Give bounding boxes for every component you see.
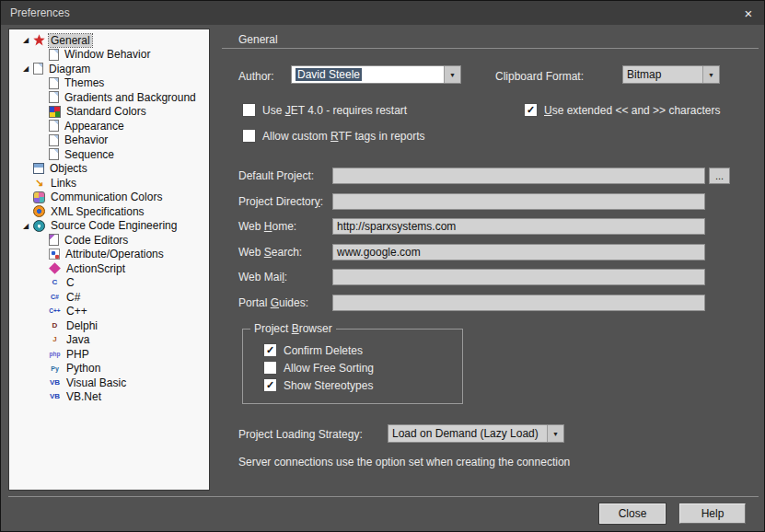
default-project-input[interactable] xyxy=(332,168,705,184)
web-home-label: Web Home: xyxy=(238,220,296,233)
tree-item-delphi[interactable]: DDelphi xyxy=(9,318,209,333)
vbnet-icon: VB xyxy=(49,391,61,403)
tree-item-label: Sequence xyxy=(63,148,116,161)
tree-item-diagram[interactable]: ◢Diagram xyxy=(9,62,209,76)
help-button[interactable]: Help xyxy=(679,503,746,524)
tree-item-java[interactable]: JJava xyxy=(9,333,209,348)
project-browser-groupbox: Project Browser ✓Confirm DeletesAllow Fr… xyxy=(242,329,463,404)
author-value: David Steele xyxy=(292,66,444,83)
tree-item-label: Code Editors xyxy=(63,234,130,247)
tree-item-standard-colors[interactable]: Standard Colors xyxy=(9,105,209,120)
portal-guides-label: Portal Guides: xyxy=(238,296,308,309)
tree-item-sequence[interactable]: Sequence xyxy=(9,147,209,162)
preferences-dialog: Preferences × ◢GeneralWindow Behavior◢Di… xyxy=(0,0,765,532)
project-loading-strategy-combobox[interactable]: Load on Demand (Lazy Load) ▼ xyxy=(388,424,564,443)
tree-item-c[interactable]: C++C++ xyxy=(9,305,209,319)
tree-item-label: Delphi xyxy=(64,319,99,332)
clipboard-dropdown-icon[interactable]: ▼ xyxy=(702,66,719,83)
tree-item-c[interactable]: CC xyxy=(9,276,209,291)
tree-item-appearance[interactable]: Appearance xyxy=(9,119,209,133)
tree-item-communication-colors[interactable]: Communication Colors xyxy=(9,191,209,205)
checkbox-label: Confirm Deletes xyxy=(284,344,363,357)
tree-item-themes[interactable]: Themes xyxy=(9,76,209,91)
clipboard-format-combobox[interactable]: Bitmap ▼ xyxy=(622,65,720,84)
tree-item-label: ActionScript xyxy=(64,262,127,275)
tree-item-python[interactable]: PyPython xyxy=(9,362,209,376)
tree-item-visual-basic[interactable]: VBVisual Basic xyxy=(9,376,209,390)
tree-item-label: Objects xyxy=(48,162,89,175)
tree-item-label: Communication Colors xyxy=(49,191,164,203)
checkbox-box[interactable]: ✓ xyxy=(263,343,277,357)
default-project-label: Default Project: xyxy=(238,169,314,182)
close-button[interactable]: Close xyxy=(599,503,666,524)
confirm-deletes-checkbox[interactable]: ✓Confirm Deletes xyxy=(263,343,363,357)
titlebar[interactable]: Preferences xyxy=(1,1,764,25)
project-browser-legend: Project Browser xyxy=(250,322,336,335)
tree-item-code-editors[interactable]: Code Editors xyxy=(9,233,209,248)
server-connections-note: Server connections use the option set wh… xyxy=(238,456,570,468)
tree-item-attribute-operations[interactable]: Attribute/Operations xyxy=(9,248,209,262)
page-icon xyxy=(33,63,43,75)
web-search-input[interactable]: www.google.com xyxy=(332,244,705,260)
footer-divider xyxy=(8,496,759,497)
allow-custom-rtf-tags-checkbox[interactable]: Allow custom RTF tags in reports xyxy=(242,129,425,143)
checkbox-box[interactable] xyxy=(263,361,277,375)
expand-arrow-icon[interactable]: ◢ xyxy=(18,36,33,44)
palette-icon xyxy=(33,191,45,203)
tree-item-general[interactable]: ◢General xyxy=(9,33,209,48)
tree-item-actionscript[interactable]: ActionScript xyxy=(9,261,209,276)
author-combobox[interactable]: David Steele ▼ xyxy=(291,65,461,84)
colors-icon xyxy=(49,106,61,118)
checkbox-box[interactable] xyxy=(242,129,256,143)
checkbox-label: Allow Free Sorting xyxy=(284,362,374,375)
page-icon xyxy=(49,91,59,103)
checkbox-box[interactable]: ✓ xyxy=(524,103,538,117)
page-icon xyxy=(49,148,59,160)
java-icon: J xyxy=(49,334,61,346)
tree-item-source-code-engineering[interactable]: ◢Source Code Engineering xyxy=(9,219,209,234)
preferences-tree[interactable]: ◢GeneralWindow Behavior◢DiagramThemesGra… xyxy=(8,29,210,491)
tree-item-label: XML Specifications xyxy=(49,205,146,218)
portal-guides-input[interactable] xyxy=(332,295,705,311)
expand-arrow-icon[interactable]: ◢ xyxy=(18,222,33,230)
tree-item-label: Appearance xyxy=(63,120,126,133)
tree-item-objects[interactable]: Objects xyxy=(9,162,209,177)
loading-dropdown-icon[interactable]: ▼ xyxy=(547,425,563,442)
tree-item-window-behavior[interactable]: Window Behavior xyxy=(9,48,209,63)
web-home-input[interactable]: http://sparxsystems.com xyxy=(332,218,705,235)
tree-item-label: Visual Basic xyxy=(64,376,128,389)
show-stereotypes-checkbox[interactable]: ✓Show Stereotypes xyxy=(263,378,373,392)
author-label: Author: xyxy=(238,70,274,83)
expand-arrow-icon[interactable]: ◢ xyxy=(18,64,33,73)
tree-item-label: Gradients and Background xyxy=(63,91,198,104)
author-dropdown-icon[interactable]: ▼ xyxy=(444,66,460,83)
project-directory-input[interactable] xyxy=(332,193,705,210)
tree-item-vb-net[interactable]: VBVB.Net xyxy=(9,390,209,405)
tree-item-label: C xyxy=(64,276,76,289)
close-window-button[interactable]: × xyxy=(733,1,764,25)
page-icon xyxy=(49,120,59,132)
csharp-icon: C# xyxy=(49,291,61,303)
section-divider xyxy=(222,48,759,49)
page-icon xyxy=(49,49,59,61)
cpp-icon: C++ xyxy=(49,306,61,318)
tree-item-behavior[interactable]: Behavior xyxy=(9,133,209,148)
tree-item-c[interactable]: C#C# xyxy=(9,290,209,305)
tree-item-xml-specifications[interactable]: XML Specifications xyxy=(9,204,209,219)
checkbox-box[interactable] xyxy=(242,103,256,117)
tree-item-php[interactable]: phpPHP xyxy=(9,347,209,362)
tree-item-label: PHP xyxy=(64,348,91,361)
use-extended-characters-checkbox[interactable]: ✓ Use extended << and >> characters xyxy=(524,103,720,117)
allow-free-sorting-checkbox[interactable]: Allow Free Sorting xyxy=(263,361,374,375)
tree-item-label: Window Behavior xyxy=(63,48,152,61)
tree-item-label: Themes xyxy=(63,76,106,89)
web-mail-input[interactable] xyxy=(332,269,705,285)
project-loading-strategy-label: Project Loading Strategy: xyxy=(238,428,363,441)
editor-icon xyxy=(49,234,59,246)
use-jet-checkbox[interactable]: Use JET 4.0 - requires restart xyxy=(242,103,407,117)
tree-item-gradients-and-background[interactable]: Gradients and Background xyxy=(9,90,209,105)
checkbox-box[interactable]: ✓ xyxy=(263,378,277,392)
default-project-browse-button[interactable]: ... xyxy=(709,168,730,184)
use-extended-characters-label: Use extended << and >> characters xyxy=(544,104,720,117)
tree-item-links[interactable]: ↘Links xyxy=(9,176,209,191)
